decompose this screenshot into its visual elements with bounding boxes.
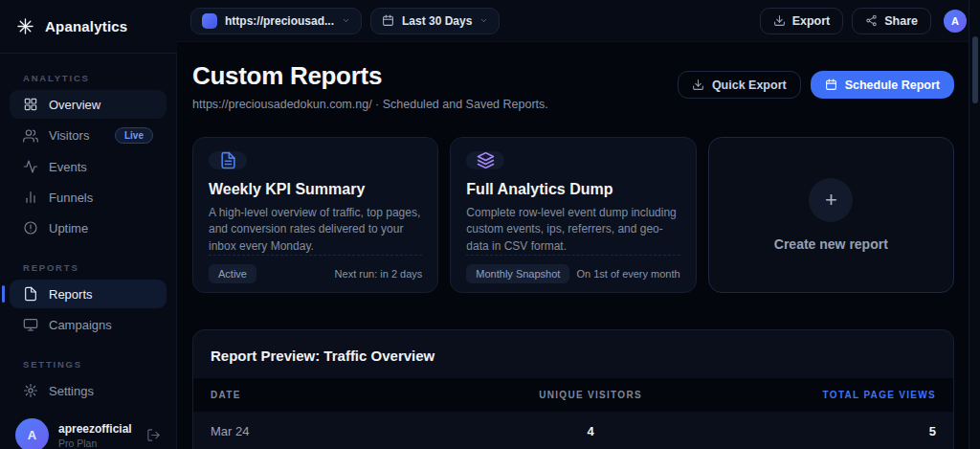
scrollbar-track[interactable] bbox=[969, 0, 980, 449]
scrollbar-thumb[interactable] bbox=[972, 36, 978, 103]
file-icon bbox=[23, 286, 38, 302]
sidebar-item-label: Visitors bbox=[49, 128, 89, 143]
card-description: A high-level overview of traffic, top pa… bbox=[209, 205, 422, 255]
sidebar-item-reports[interactable]: Reports bbox=[10, 280, 167, 308]
sidebar-section-settings: SETTINGS bbox=[0, 340, 176, 375]
report-card-weekly-kpi[interactable]: Weekly KPI Summary A high-level overview… bbox=[192, 137, 438, 293]
cell-unique-visitors: 4 bbox=[476, 424, 706, 438]
sidebar-item-events[interactable]: Events bbox=[10, 152, 167, 181]
create-report-label: Create new report bbox=[774, 236, 888, 252]
header-actions: Quick Export Schedule Report bbox=[678, 71, 954, 99]
sidebar-section-analytics: ANALYTICS bbox=[0, 63, 176, 89]
avatar-initial: A bbox=[951, 15, 959, 27]
sidebar-section-reports: REPORTS bbox=[0, 243, 176, 279]
page-subtitle: https://preciousadedokun.com.ng/ · Sched… bbox=[192, 98, 548, 111]
share-label: Share bbox=[884, 14, 918, 28]
sidebar-item-label: Campaigns bbox=[49, 318, 112, 332]
alert-circle-icon bbox=[23, 220, 38, 236]
document-icon bbox=[219, 151, 237, 169]
sidebar-item-campaigns[interactable]: Campaigns bbox=[10, 310, 167, 339]
table-header-row: DATE UNIQUE VISITORS TOTAL PAGE VIEWS bbox=[193, 378, 953, 412]
user-name: apreezofficial bbox=[58, 422, 132, 436]
card-icon-box bbox=[466, 151, 504, 169]
report-preview-panel: Report Preview: Traffic Overview DATE UN… bbox=[192, 329, 954, 449]
calendar-icon bbox=[825, 79, 837, 91]
brand-logo: Apanalytics bbox=[0, 0, 177, 54]
report-cards-row: Weekly KPI Summary A high-level overview… bbox=[192, 137, 954, 293]
chevron-down-icon bbox=[342, 16, 350, 25]
sidebar-item-uptime[interactable]: Uptime bbox=[10, 213, 167, 242]
date-range-label: Last 30 Days bbox=[402, 14, 472, 28]
sidebar-item-label: Settings bbox=[49, 384, 94, 398]
user-avatar[interactable]: A bbox=[944, 10, 967, 33]
export-label: Export bbox=[792, 14, 831, 28]
brand-name: Apanalytics bbox=[45, 18, 127, 34]
schedule-report-label: Schedule Report bbox=[845, 79, 940, 92]
card-title: Weekly KPI Summary bbox=[209, 181, 422, 198]
sidebar-item-overview[interactable]: Overview bbox=[10, 90, 167, 119]
site-favicon bbox=[202, 13, 217, 29]
gear-icon bbox=[23, 383, 38, 398]
share-icon bbox=[865, 14, 878, 27]
main-header: Custom Reports https://preciousadedokun.… bbox=[192, 61, 954, 111]
card-footer: Monthly Snapshot On 1st of every month bbox=[466, 255, 679, 283]
download-icon bbox=[692, 79, 704, 91]
sidebar: ANALYTICS Overview Visitors Live Events … bbox=[0, 54, 177, 449]
calendar-icon bbox=[382, 14, 394, 27]
table-row: Mar 24 4 5 bbox=[193, 412, 953, 449]
user-avatar: A bbox=[15, 418, 49, 449]
cell-total-page-views: 5 bbox=[705, 424, 936, 438]
asterisk-logo-icon bbox=[16, 17, 34, 35]
card-icon-box bbox=[209, 151, 247, 169]
share-button[interactable]: Share bbox=[852, 8, 931, 34]
page-title-block: Custom Reports https://preciousadedokun.… bbox=[192, 61, 548, 111]
create-new-report-card[interactable]: + Create new report bbox=[708, 137, 954, 293]
card-description: Complete row-level event dump including … bbox=[466, 205, 679, 255]
quick-export-label: Quick Export bbox=[712, 79, 787, 92]
plus-icon: + bbox=[809, 178, 853, 222]
card-meta: On 1st of every month bbox=[576, 268, 679, 280]
avatar-initial: A bbox=[28, 428, 36, 442]
sidebar-item-visitors[interactable]: Visitors Live bbox=[10, 121, 167, 150]
column-header-date: DATE bbox=[211, 390, 476, 400]
site-selector-label: https://preciousad... bbox=[225, 14, 334, 28]
sidebar-item-label: Reports bbox=[49, 287, 93, 302]
column-header-unique-visitors: UNIQUE VISITORS bbox=[476, 390, 706, 400]
sidebar-item-label: Uptime bbox=[49, 221, 88, 236]
monitor-icon bbox=[23, 317, 38, 332]
column-header-total-page-views: TOTAL PAGE VIEWS bbox=[705, 390, 936, 400]
sidebar-item-funnels[interactable]: Funnels bbox=[10, 183, 167, 212]
bar-chart-icon bbox=[23, 190, 38, 205]
logout-icon[interactable] bbox=[146, 428, 161, 442]
download-icon bbox=[773, 14, 786, 27]
grid-icon bbox=[23, 97, 38, 112]
status-badge: Active bbox=[209, 264, 256, 283]
user-meta: apreezofficial Pro Plan bbox=[58, 422, 132, 449]
export-button[interactable]: Export bbox=[760, 8, 844, 34]
card-title: Full Analytics Dump bbox=[466, 181, 679, 198]
main-content: Custom Reports https://preciousadedokun.… bbox=[177, 42, 969, 449]
user-plan: Pro Plan bbox=[58, 438, 132, 449]
date-range-dropdown[interactable]: Last 30 Days bbox=[370, 8, 500, 34]
schedule-report-button[interactable]: Schedule Report bbox=[811, 71, 954, 99]
site-selector-dropdown[interactable]: https://preciousad... bbox=[190, 8, 362, 34]
card-footer: Active Next run: in 2 days bbox=[209, 255, 422, 283]
report-preview-title: Report Preview: Traffic Overview bbox=[193, 330, 953, 378]
page-title: Custom Reports bbox=[192, 61, 548, 91]
live-badge: Live bbox=[115, 127, 153, 144]
sidebar-item-label: Overview bbox=[49, 98, 100, 112]
sidebar-user[interactable]: A apreezofficial Pro Plan bbox=[0, 406, 176, 449]
activity-icon bbox=[23, 159, 38, 174]
report-card-analytics-dump[interactable]: Full Analytics Dump Complete row-level e… bbox=[450, 137, 696, 293]
topbar-main: https://preciousad... Last 30 Days Expor… bbox=[177, 0, 980, 42]
status-badge: Monthly Snapshot bbox=[466, 264, 569, 283]
chevron-down-icon bbox=[479, 16, 488, 25]
card-meta: Next run: in 2 days bbox=[335, 268, 423, 280]
users-icon bbox=[23, 128, 38, 144]
cell-date: Mar 24 bbox=[211, 424, 476, 438]
quick-export-button[interactable]: Quick Export bbox=[678, 71, 801, 99]
sidebar-item-settings[interactable]: Settings bbox=[10, 376, 167, 405]
sidebar-item-label: Events bbox=[49, 160, 87, 174]
layers-icon bbox=[477, 151, 495, 169]
sidebar-item-label: Funnels bbox=[49, 191, 93, 205]
